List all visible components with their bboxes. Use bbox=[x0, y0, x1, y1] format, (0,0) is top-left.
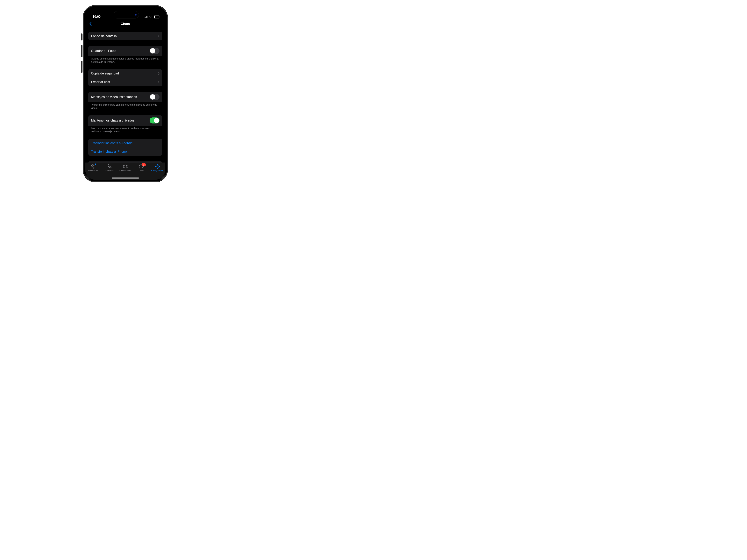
svg-point-5 bbox=[156, 165, 159, 168]
chevron-right-icon bbox=[158, 72, 159, 75]
wallpaper-label: Fondo de pantalla bbox=[91, 34, 158, 38]
front-camera-icon bbox=[135, 14, 137, 16]
battery-percent: 24 bbox=[155, 16, 158, 18]
backup-label: Copia de seguridad bbox=[91, 72, 158, 75]
keep-archived-footer: Los chats archivados permanecerán archiv… bbox=[88, 126, 162, 133]
svg-point-6 bbox=[157, 166, 158, 167]
settings-content[interactable]: Fondo de pantalla Guardar en Fotos Guard… bbox=[85, 28, 165, 163]
group-keep-archived: Mantener los chats archivados Los chats … bbox=[88, 115, 162, 133]
wifi-icon bbox=[149, 16, 153, 18]
tab-updates[interactable]: Novedades bbox=[85, 164, 101, 180]
group-backup-export: Copia de seguridad Exportar chat bbox=[88, 69, 162, 86]
keep-archived-toggle[interactable] bbox=[150, 117, 159, 124]
group-instant-video: Mensajes de video instantáneos Te permit… bbox=[88, 92, 162, 110]
communities-icon bbox=[123, 164, 128, 168]
battery-indicator: 24 bbox=[154, 16, 160, 19]
dynamic-island bbox=[113, 11, 139, 19]
group-transfer: Trasladar los chats a Android Transferir… bbox=[88, 139, 162, 156]
move-iphone-label: Transferir chats a iPhone bbox=[91, 150, 159, 153]
screen: 10:00 24 bbox=[85, 7, 165, 180]
cellular-signal-icon bbox=[145, 16, 148, 18]
move-android-label: Trasladar los chats a Android bbox=[91, 141, 159, 145]
phone-volume-down bbox=[81, 61, 82, 73]
svg-line-11 bbox=[156, 165, 156, 165]
svg-point-0 bbox=[91, 164, 95, 168]
updates-dot-indicator bbox=[95, 163, 96, 165]
svg-line-13 bbox=[158, 165, 159, 165]
tab-bar: Novedades Llamadas Comunidades bbox=[85, 163, 165, 180]
home-indicator[interactable] bbox=[112, 178, 139, 179]
instant-video-label: Mensajes de video instantáneos bbox=[91, 95, 150, 99]
svg-line-14 bbox=[156, 168, 156, 168]
backup-row[interactable]: Copia de seguridad bbox=[88, 69, 162, 78]
status-time: 10:00 bbox=[93, 15, 101, 18]
nav-header: Chats bbox=[85, 20, 165, 28]
iphone-frame: 10:00 24 bbox=[83, 5, 168, 182]
keep-archived-row[interactable]: Mantener los chats archivados bbox=[88, 115, 162, 126]
tab-settings-label: Configuración bbox=[151, 169, 163, 172]
move-android-row[interactable]: Trasladar los chats a Android bbox=[88, 139, 162, 147]
phone-icon bbox=[107, 164, 112, 169]
instant-video-toggle[interactable] bbox=[150, 94, 159, 100]
svg-point-3 bbox=[123, 165, 124, 166]
export-chat-row[interactable]: Exportar chat bbox=[88, 78, 162, 86]
group-save-photos: Guardar en Fotos Guarda automáticamente … bbox=[88, 46, 162, 64]
chevron-right-icon bbox=[158, 35, 159, 37]
page-title: Chats bbox=[85, 22, 165, 26]
save-photos-footer: Guarda automáticamente fotos y videos re… bbox=[88, 56, 162, 64]
svg-line-12 bbox=[158, 168, 159, 168]
wallpaper-row[interactable]: Fondo de pantalla bbox=[88, 32, 162, 40]
save-photos-row[interactable]: Guardar en Fotos bbox=[88, 46, 162, 56]
phone-mute-switch bbox=[81, 33, 82, 41]
tab-calls-label: Llamadas bbox=[105, 169, 113, 172]
move-iphone-row[interactable]: Transferir chats a iPhone bbox=[88, 147, 162, 156]
chevron-right-icon bbox=[158, 81, 159, 83]
save-photos-toggle[interactable] bbox=[150, 48, 159, 54]
instant-video-row[interactable]: Mensajes de video instantáneos bbox=[88, 92, 162, 102]
export-chat-label: Exportar chat bbox=[91, 80, 158, 84]
tab-communities-label: Comunidades bbox=[119, 169, 131, 172]
tab-settings[interactable]: Configuración bbox=[149, 164, 165, 180]
save-photos-label: Guardar en Fotos bbox=[91, 49, 150, 53]
group-archive-clear: Archivar todos los chats Vaciar todos lo… bbox=[88, 161, 162, 163]
instant-video-footer: Te permite pulsar para cambiar entre men… bbox=[88, 102, 162, 110]
keep-archived-label: Mantener los chats archivados bbox=[91, 118, 150, 122]
status-bar: 10:00 24 bbox=[85, 7, 165, 20]
svg-point-1 bbox=[93, 166, 94, 167]
gear-icon bbox=[155, 164, 160, 169]
archive-all-row[interactable]: Archivar todos los chats bbox=[88, 161, 162, 163]
phone-volume-up bbox=[81, 45, 82, 57]
tab-updates-label: Novedades bbox=[88, 169, 98, 172]
svg-point-2 bbox=[125, 165, 126, 166]
svg-point-4 bbox=[126, 165, 127, 166]
tab-chats-label: Chats bbox=[139, 169, 144, 172]
group-wallpaper: Fondo de pantalla bbox=[88, 32, 162, 40]
chats-badge: 2 bbox=[141, 163, 146, 166]
